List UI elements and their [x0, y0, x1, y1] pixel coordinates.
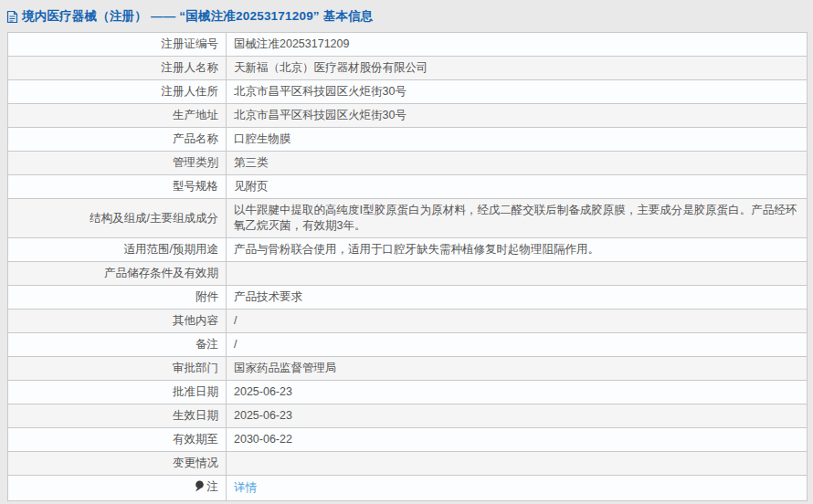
table-row: 其他内容/: [8, 310, 808, 333]
row-label-text: 生效日期: [173, 409, 218, 422]
row-label-text: 附件: [195, 290, 218, 303]
table-row: 有效期至2030-06-22: [8, 428, 808, 452]
row-value: 北京市昌平区科技园区火炬街30号: [227, 80, 808, 104]
row-value: [227, 452, 808, 476]
row-label-text: 生产地址: [173, 109, 218, 121]
table-row: 备注/: [8, 333, 808, 357]
row-label: 批准日期: [8, 381, 227, 404]
row-label: 注册人住所: [8, 80, 227, 104]
row-label: 产品名称: [8, 128, 227, 152]
row-label-text: 变更情况: [173, 457, 218, 469]
row-label-text: 其他内容: [173, 314, 218, 327]
table-row: 型号规格见附页: [8, 175, 808, 199]
details-link[interactable]: 详情: [234, 481, 257, 494]
table-row: 结构及组成/主要组成成分以牛跟腱中提取的高纯度Ⅰ型胶原蛋白为原材料，经戊二醛交联…: [8, 199, 808, 238]
row-label: 注: [8, 476, 227, 501]
row-label: 备注: [8, 333, 227, 357]
document-icon: [6, 10, 18, 24]
row-label: 管理类别: [8, 152, 227, 175]
table-row: 产品名称口腔生物膜: [8, 128, 808, 152]
balloon-icon: [195, 480, 205, 497]
row-value: 详情: [227, 476, 808, 501]
row-value: /: [227, 333, 808, 357]
row-label-text: 适用范围/预期用途: [124, 243, 218, 256]
row-label: 适用范围/预期用途: [8, 238, 227, 262]
row-label-text: 管理类别: [173, 156, 218, 169]
page-header: 境内医疗器械（注册） —— “国械注准20253171209” 基本信息: [0, 0, 813, 32]
table-row: 产品储存条件及有效期: [8, 262, 808, 286]
row-label-text: 审批部门: [173, 362, 218, 374]
row-value: /: [227, 310, 808, 333]
row-label: 产品储存条件及有效期: [8, 262, 227, 286]
info-table-body: 注册证编号国械注准20253171209注册人名称天新福（北京）医疗器材股份有限…: [8, 33, 808, 501]
row-label-text: 注册人名称: [162, 61, 219, 74]
row-value: 口腔生物膜: [227, 128, 808, 152]
row-label-text: 型号规格: [173, 180, 218, 193]
row-value: 产品技术要求: [227, 286, 808, 310]
row-value: 2025-06-23: [227, 381, 808, 404]
row-label-text: 产品名称: [173, 132, 218, 145]
row-label-text: 注册人住所: [162, 85, 219, 98]
table-row: 审批部门国家药品监督管理局: [8, 357, 808, 381]
table-row: 生产地址北京市昌平区科技园区火炬街30号: [8, 104, 808, 128]
row-label: 结构及组成/主要组成成分: [8, 199, 227, 238]
row-value: 2030-06-22: [227, 428, 808, 452]
row-label: 变更情况: [8, 452, 227, 476]
row-label-text: 批准日期: [173, 385, 218, 398]
table-row: 注册证编号国械注准20253171209: [8, 33, 808, 57]
row-label-text: 注册证编号: [162, 37, 219, 50]
device-info-table: 注册证编号国械注准20253171209注册人名称天新福（北京）医疗器材股份有限…: [7, 32, 808, 501]
table-row: 附件产品技术要求: [8, 286, 808, 310]
table-row: 变更情况: [8, 452, 808, 476]
table-row: 管理类别第三类: [8, 152, 808, 175]
row-label-text: 产品储存条件及有效期: [104, 267, 218, 279]
row-label-text: 注: [207, 480, 219, 493]
table-row: 注详情: [8, 476, 808, 501]
row-label: 型号规格: [8, 175, 227, 199]
row-label: 生效日期: [8, 404, 227, 428]
row-value: 北京市昌平区科技园区火炬街30号: [227, 104, 808, 128]
row-label-text: 结构及组成/主要组成成分: [90, 212, 218, 225]
row-value: [227, 262, 808, 286]
table-row: 注册人住所北京市昌平区科技园区火炬街30号: [8, 80, 808, 104]
row-value: 第三类: [227, 152, 808, 175]
row-label: 注册证编号: [8, 33, 227, 57]
row-value: 国家药品监督管理局: [227, 357, 808, 381]
table-row: 批准日期2025-06-23: [8, 381, 808, 404]
row-label-text: 有效期至: [173, 433, 218, 446]
row-label: 生产地址: [8, 104, 227, 128]
row-value: 产品与骨粉联合使用，适用于口腔牙缺失需种植修复时起物理阻隔作用。: [227, 238, 808, 262]
table-row: 适用范围/预期用途产品与骨粉联合使用，适用于口腔牙缺失需种植修复时起物理阻隔作用…: [8, 238, 808, 262]
row-value: 以牛跟腱中提取的高纯度Ⅰ型胶原蛋白为原材料，经戊二醛交联后制备成胶原膜，主要成分…: [227, 199, 808, 238]
row-label: 注册人名称: [8, 57, 227, 80]
row-label: 附件: [8, 286, 227, 310]
table-row: 生效日期2025-06-23: [8, 404, 808, 428]
row-label: 审批部门: [8, 357, 227, 381]
row-value: 国械注准20253171209: [227, 33, 808, 57]
row-label-text: 备注: [195, 338, 218, 351]
row-label: 其他内容: [8, 310, 227, 333]
row-label: 有效期至: [8, 428, 227, 452]
row-value: 天新福（北京）医疗器材股份有限公司: [227, 57, 808, 80]
row-value: 2025-06-23: [227, 404, 808, 428]
table-row: 注册人名称天新福（北京）医疗器材股份有限公司: [8, 57, 808, 80]
row-value: 见附页: [227, 175, 808, 199]
page-title: 境内医疗器械（注册） —— “国械注准20253171209” 基本信息: [22, 8, 374, 25]
